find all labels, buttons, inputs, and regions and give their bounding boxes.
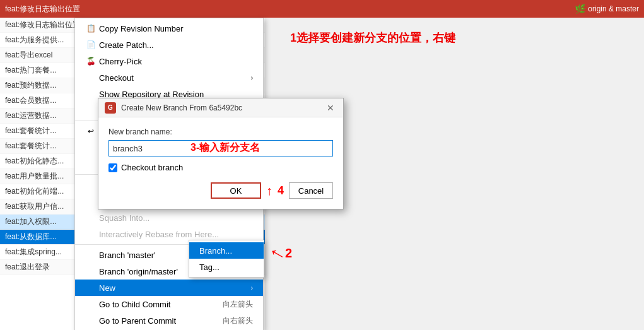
submenu-arrow: › (251, 285, 253, 292)
copy-icon: 📋 (85, 24, 97, 33)
branch-name-input[interactable] (108, 140, 333, 156)
cherry-icon: 🍒 (85, 57, 97, 66)
branch-indicator: 🌿 origin & master (575, 4, 639, 14)
menu-item-go-to-parent[interactable]: Go to Parent Commit 向右箭头 (75, 312, 263, 329)
menu-item-cherry-pick[interactable]: 🍒 Cherry-Pick (75, 53, 263, 69)
ok-button[interactable]: OK (211, 182, 261, 199)
menu-item-create-patch[interactable]: 📄 Create Patch... (75, 37, 263, 53)
title-bar: feat:修改日志输出位置 🌿 origin & master (0, 0, 644, 18)
submenu-item-branch[interactable]: Branch... (189, 242, 264, 259)
cancel-button[interactable]: Cancel (289, 182, 333, 199)
title-bar-title: feat:修改日志输出位置 (5, 4, 575, 15)
annotation-1: 1选择要创建新分支的位置，右键 (290, 30, 455, 45)
submenu-new: Branch... Tag... (189, 240, 264, 278)
menu-item-checkout[interactable]: Checkout › (75, 69, 263, 86)
dialog-title: Create New Branch From 6a5492bc (121, 103, 324, 112)
arrow-4-icon: ↑ (266, 184, 272, 198)
branch-icon: 🌿 (575, 4, 585, 14)
dialog-buttons: OK ↑ 4 Cancel (108, 182, 333, 199)
label-4: 4 (278, 184, 284, 197)
shortcut-right: 向右箭头 (223, 315, 253, 326)
menu-item-go-to-child[interactable]: Go to Child Commit 向左箭头 (75, 296, 263, 312)
shortcut-left: 向左箭头 (223, 299, 253, 310)
checkout-branch-row: Checkout branch (108, 163, 333, 172)
branch-name: origin & master (588, 4, 639, 13)
menu-item-copy-revision[interactable]: 📋 Copy Revision Number (75, 20, 263, 37)
submenu-arrow: › (251, 74, 253, 81)
menu-item-squash-into: Squash Into... (75, 209, 263, 226)
branch-name-label: New branch name: (108, 127, 333, 136)
dialog-titlebar: G Create New Branch From 6a5492bc ✕ (98, 98, 343, 117)
submenu-item-tag[interactable]: Tag... (189, 259, 264, 275)
branch-name-input-wrapper: 3-输入新分支名 (108, 140, 333, 156)
patch-icon: 📄 (85, 40, 97, 49)
dialog-icon: G (105, 102, 116, 114)
dialog-close-button[interactable]: ✕ (324, 102, 337, 114)
create-branch-dialog: G Create New Branch From 6a5492bc ✕ New … (98, 98, 344, 209)
checkout-branch-label: Checkout branch (121, 163, 183, 172)
checkout-branch-checkbox[interactable] (108, 163, 117, 172)
menu-item-new[interactable]: New › (75, 280, 263, 296)
reset-icon: ↩ (85, 127, 97, 136)
dialog-body: New branch name: 3-输入新分支名 Checkout branc… (98, 117, 343, 209)
